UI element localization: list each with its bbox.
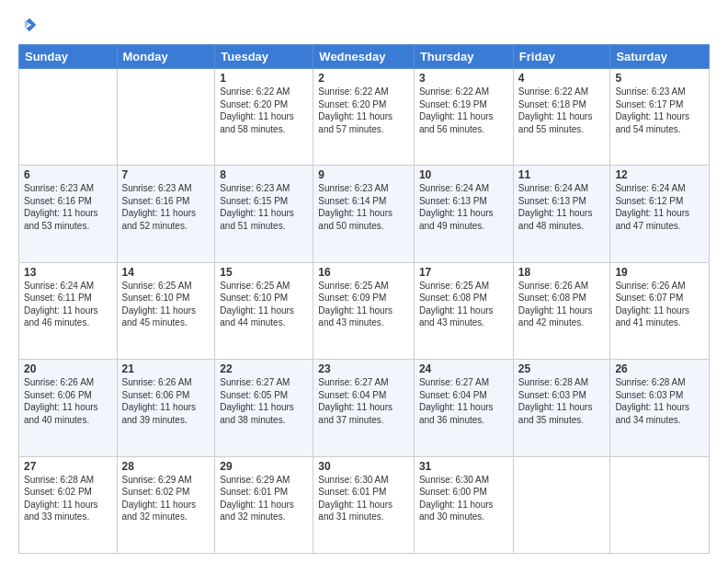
day-number: 10	[419, 168, 508, 181]
calendar-cell: 21Sunrise: 6:26 AMSunset: 6:06 PMDayligh…	[117, 360, 215, 456]
day-info: Sunrise: 6:26 AMSunset: 6:07 PMDaylight:…	[615, 280, 704, 329]
day-info: Sunrise: 6:23 AMSunset: 6:16 PMDaylight:…	[122, 182, 210, 232]
day-info: Sunrise: 6:23 AMSunset: 6:14 PMDaylight:…	[318, 182, 409, 232]
calendar-cell: 15Sunrise: 6:25 AMSunset: 6:10 PMDayligh…	[215, 262, 313, 359]
day-number: 3	[419, 72, 508, 85]
calendar-table: SundayMondayTuesdayWednesdayThursdayFrid…	[18, 44, 710, 554]
day-header-saturday: Saturday	[610, 45, 710, 69]
day-info: Sunrise: 6:28 AMSunset: 6:03 PMDaylight:…	[615, 376, 704, 426]
day-info: Sunrise: 6:24 AMSunset: 6:12 PMDaylight:…	[615, 182, 704, 232]
day-info: Sunrise: 6:24 AMSunset: 6:13 PMDaylight:…	[419, 182, 508, 232]
day-info: Sunrise: 6:28 AMSunset: 6:02 PMDaylight:…	[24, 474, 112, 523]
calendar-cell: 4Sunrise: 6:22 AMSunset: 6:18 PMDaylight…	[513, 69, 610, 166]
day-info: Sunrise: 6:22 AMSunset: 6:18 PMDaylight:…	[518, 86, 606, 135]
day-info: Sunrise: 6:24 AMSunset: 6:11 PMDaylight:…	[24, 280, 112, 329]
day-info: Sunrise: 6:27 AMSunset: 6:04 PMDaylight:…	[419, 376, 508, 426]
calendar-cell: 31Sunrise: 6:30 AMSunset: 6:00 PMDayligh…	[414, 456, 513, 553]
week-row-4: 20Sunrise: 6:26 AMSunset: 6:06 PMDayligh…	[19, 360, 710, 456]
day-number: 22	[220, 362, 308, 375]
calendar-cell: 17Sunrise: 6:25 AMSunset: 6:08 PMDayligh…	[414, 262, 513, 359]
day-info: Sunrise: 6:26 AMSunset: 6:08 PMDaylight:…	[518, 280, 606, 329]
day-info: Sunrise: 6:23 AMSunset: 6:15 PMDaylight:…	[220, 182, 308, 232]
day-number: 19	[615, 266, 704, 279]
day-info: Sunrise: 6:22 AMSunset: 6:20 PMDaylight:…	[220, 86, 308, 135]
calendar-cell: 19Sunrise: 6:26 AMSunset: 6:07 PMDayligh…	[610, 262, 710, 359]
day-number: 13	[24, 266, 112, 279]
day-info: Sunrise: 6:27 AMSunset: 6:04 PMDaylight:…	[318, 376, 409, 426]
day-number: 4	[518, 72, 606, 85]
day-info: Sunrise: 6:28 AMSunset: 6:03 PMDaylight:…	[518, 376, 606, 426]
week-row-3: 13Sunrise: 6:24 AMSunset: 6:11 PMDayligh…	[19, 262, 710, 359]
day-number: 25	[518, 362, 606, 375]
calendar-cell	[19, 69, 118, 166]
calendar-cell: 8Sunrise: 6:23 AMSunset: 6:15 PMDaylight…	[215, 166, 313, 262]
calendar-cell: 9Sunrise: 6:23 AMSunset: 6:14 PMDaylight…	[313, 166, 415, 262]
calendar-cell: 30Sunrise: 6:30 AMSunset: 6:01 PMDayligh…	[313, 456, 415, 553]
day-number: 2	[318, 72, 409, 85]
day-header-tuesday: Tuesday	[215, 45, 313, 69]
calendar-cell: 18Sunrise: 6:26 AMSunset: 6:08 PMDayligh…	[513, 262, 610, 359]
week-row-2: 6Sunrise: 6:23 AMSunset: 6:16 PMDaylight…	[19, 166, 710, 262]
day-number: 16	[318, 266, 409, 279]
calendar-cell: 24Sunrise: 6:27 AMSunset: 6:04 PMDayligh…	[414, 360, 513, 456]
day-info: Sunrise: 6:25 AMSunset: 6:09 PMDaylight:…	[318, 280, 409, 329]
day-number: 23	[318, 362, 409, 375]
day-info: Sunrise: 6:22 AMSunset: 6:20 PMDaylight:…	[318, 86, 409, 135]
calendar-cell: 25Sunrise: 6:28 AMSunset: 6:03 PMDayligh…	[513, 360, 610, 456]
calendar-cell: 5Sunrise: 6:23 AMSunset: 6:17 PMDaylight…	[610, 69, 710, 166]
day-number: 6	[24, 168, 112, 181]
day-number: 29	[220, 460, 308, 473]
day-info: Sunrise: 6:25 AMSunset: 6:08 PMDaylight:…	[419, 280, 508, 329]
day-number: 20	[24, 362, 112, 375]
day-info: Sunrise: 6:29 AMSunset: 6:01 PMDaylight:…	[220, 474, 308, 523]
calendar-cell: 2Sunrise: 6:22 AMSunset: 6:20 PMDaylight…	[313, 69, 415, 166]
day-info: Sunrise: 6:30 AMSunset: 6:00 PMDaylight:…	[419, 474, 508, 523]
day-number: 7	[122, 168, 210, 181]
calendar-cell: 29Sunrise: 6:29 AMSunset: 6:01 PMDayligh…	[215, 456, 313, 553]
day-header-wednesday: Wednesday	[313, 45, 415, 69]
day-number: 26	[615, 362, 704, 375]
day-number: 15	[220, 266, 308, 279]
day-number: 28	[122, 460, 210, 473]
calendar-cell: 7Sunrise: 6:23 AMSunset: 6:16 PMDaylight…	[117, 166, 215, 262]
calendar-cell: 13Sunrise: 6:24 AMSunset: 6:11 PMDayligh…	[19, 262, 118, 359]
day-number: 27	[24, 460, 112, 473]
header-row: SundayMondayTuesdayWednesdayThursdayFrid…	[19, 45, 710, 69]
day-info: Sunrise: 6:22 AMSunset: 6:19 PMDaylight:…	[419, 86, 508, 135]
calendar-cell	[513, 456, 610, 553]
calendar-cell	[117, 69, 215, 166]
day-number: 30	[318, 460, 409, 473]
calendar-cell: 23Sunrise: 6:27 AMSunset: 6:04 PMDayligh…	[313, 360, 415, 456]
header	[18, 15, 710, 35]
day-info: Sunrise: 6:23 AMSunset: 6:17 PMDaylight:…	[615, 86, 704, 135]
week-row-5: 27Sunrise: 6:28 AMSunset: 6:02 PMDayligh…	[19, 456, 710, 553]
day-number: 12	[615, 168, 704, 181]
day-header-monday: Monday	[117, 45, 215, 69]
calendar-cell: 1Sunrise: 6:22 AMSunset: 6:20 PMDaylight…	[215, 69, 313, 166]
day-number: 31	[419, 460, 508, 473]
day-info: Sunrise: 6:23 AMSunset: 6:16 PMDaylight:…	[24, 182, 112, 232]
calendar-cell: 11Sunrise: 6:24 AMSunset: 6:13 PMDayligh…	[513, 166, 610, 262]
day-number: 11	[518, 168, 606, 181]
page-container: SundayMondayTuesdayWednesdayThursdayFrid…	[0, 0, 728, 563]
day-number: 14	[122, 266, 210, 279]
day-number: 21	[122, 362, 210, 375]
day-info: Sunrise: 6:24 AMSunset: 6:13 PMDaylight:…	[518, 182, 606, 232]
day-info: Sunrise: 6:25 AMSunset: 6:10 PMDaylight:…	[122, 280, 210, 329]
day-number: 1	[220, 72, 308, 85]
calendar-cell: 3Sunrise: 6:22 AMSunset: 6:19 PMDaylight…	[414, 69, 513, 166]
week-row-1: 1Sunrise: 6:22 AMSunset: 6:20 PMDaylight…	[19, 69, 710, 166]
calendar-cell: 14Sunrise: 6:25 AMSunset: 6:10 PMDayligh…	[117, 262, 215, 359]
day-number: 18	[518, 266, 606, 279]
calendar-cell	[610, 456, 710, 553]
day-info: Sunrise: 6:30 AMSunset: 6:01 PMDaylight:…	[318, 474, 409, 523]
day-header-sunday: Sunday	[19, 45, 118, 69]
day-info: Sunrise: 6:25 AMSunset: 6:10 PMDaylight:…	[220, 280, 308, 329]
logo	[18, 15, 40, 35]
day-info: Sunrise: 6:29 AMSunset: 6:02 PMDaylight:…	[122, 474, 210, 523]
calendar-cell: 16Sunrise: 6:25 AMSunset: 6:09 PMDayligh…	[313, 262, 415, 359]
day-header-thursday: Thursday	[414, 45, 513, 69]
day-info: Sunrise: 6:26 AMSunset: 6:06 PMDaylight:…	[122, 376, 210, 426]
day-number: 8	[220, 168, 308, 181]
logo-icon	[19, 15, 40, 35]
